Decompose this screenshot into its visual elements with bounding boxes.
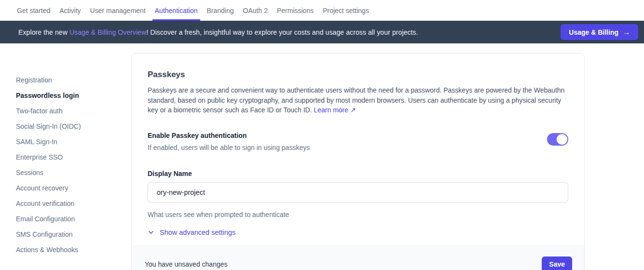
enable-passkey-row: Enable Passkey authentication If enabled… (148, 132, 568, 151)
show-advanced-settings-label: Show advanced settings (160, 229, 235, 236)
enable-passkey-description: If enabled, users will be able to sign i… (148, 144, 310, 151)
sidebar-item-passwordless-login[interactable]: Passwordless login (16, 88, 131, 103)
sidebar-item-account-recovery[interactable]: Account recovery (16, 180, 131, 196)
banner-text-before: Explore the new (18, 28, 69, 36)
tab-permissions[interactable]: Permissions (277, 7, 314, 14)
learn-more-label: Learn more (314, 106, 348, 114)
tab-authentication[interactable]: Authentication (155, 7, 198, 14)
usage-billing-button-label: Usage & Billing (569, 28, 618, 36)
learn-more-link[interactable]: Learn more ↗ (314, 106, 356, 114)
passkeys-description: Passkeys are a secure and convenient way… (148, 85, 568, 115)
enable-passkey-toggle[interactable] (547, 133, 568, 146)
sidebar-item-actions-webhooks[interactable]: Actions & Webhooks (16, 242, 131, 257)
sidebar-item-email-configuration[interactable]: Email Configuration (16, 211, 131, 227)
passkeys-settings-card: Passkeys Passkeys are a secure and conve… (131, 53, 585, 270)
top-navigation: Get started Activity User management Aut… (0, 0, 644, 21)
sidebar-item-registration[interactable]: Registration (16, 72, 131, 88)
display-name-label: Display Name (148, 170, 568, 177)
enable-passkey-text: Enable Passkey authentication If enabled… (148, 132, 310, 151)
tab-activity[interactable]: Activity (59, 7, 81, 14)
external-link-icon: ↗ (350, 106, 356, 114)
sidebar-item-saml-sign-in[interactable]: SAML Sign-In (16, 134, 131, 149)
tab-user-management[interactable]: User management (90, 7, 146, 14)
active-tab-underline (152, 19, 200, 21)
chevron-down-icon (148, 229, 154, 236)
tab-authentication-label: Authentication (155, 7, 198, 14)
usage-billing-button[interactable]: Usage & Billing → (561, 24, 638, 40)
sidebar-item-two-factor-auth[interactable]: Two-factor auth (16, 103, 131, 119)
sidebar-item-sms-configuration[interactable]: SMS Configuration (16, 227, 131, 242)
page-title: Passkeys (148, 54, 568, 80)
usage-billing-banner: Explore the new Usage & Billing Overview… (0, 21, 644, 43)
sidebar-item-enterprise-sso[interactable]: Enterprise SSO (16, 149, 131, 165)
tab-get-started[interactable]: Get started (17, 7, 50, 14)
save-button[interactable]: Save (542, 256, 572, 270)
unsaved-changes-status: You have unsaved changes (145, 260, 228, 268)
sidebar-item-social-sign-in-oidc[interactable]: Social Sign-In (OIDC) (16, 119, 131, 134)
content-area: Registration Passwordless login Two-fact… (0, 43, 644, 270)
banner-text-after: ! Discover a fresh, insightful way to ex… (146, 28, 418, 36)
tab-oauth2[interactable]: OAuth 2 (243, 7, 268, 14)
tab-branding[interactable]: Branding (207, 7, 234, 14)
enable-passkey-label: Enable Passkey authentication (148, 132, 310, 139)
tab-project-settings[interactable]: Project settings (323, 7, 369, 14)
display-name-input[interactable] (148, 182, 568, 202)
show-advanced-settings[interactable]: Show advanced settings (148, 229, 568, 236)
sidebar-item-account-verification[interactable]: Account verification (16, 196, 131, 211)
arrow-right-icon: → (623, 28, 630, 36)
settings-sidebar: Registration Passwordless login Two-fact… (0, 43, 131, 257)
card-footer: You have unsaved changes Save (132, 245, 584, 270)
toggle-knob (557, 134, 567, 145)
sidebar-item-sessions[interactable]: Sessions (16, 165, 131, 180)
display-name-helper: What users see when prompted to authenti… (148, 211, 568, 218)
passkeys-card-body: Passkeys Passkeys are a secure and conve… (132, 54, 584, 236)
banner-message: Explore the new Usage & Billing Overview… (18, 28, 561, 36)
passkeys-description-text: Passkeys are a secure and convenient way… (148, 86, 564, 114)
display-name-field: Display Name What users see when prompte… (148, 170, 568, 218)
usage-billing-overview-link[interactable]: Usage & Billing Overview (69, 28, 147, 36)
